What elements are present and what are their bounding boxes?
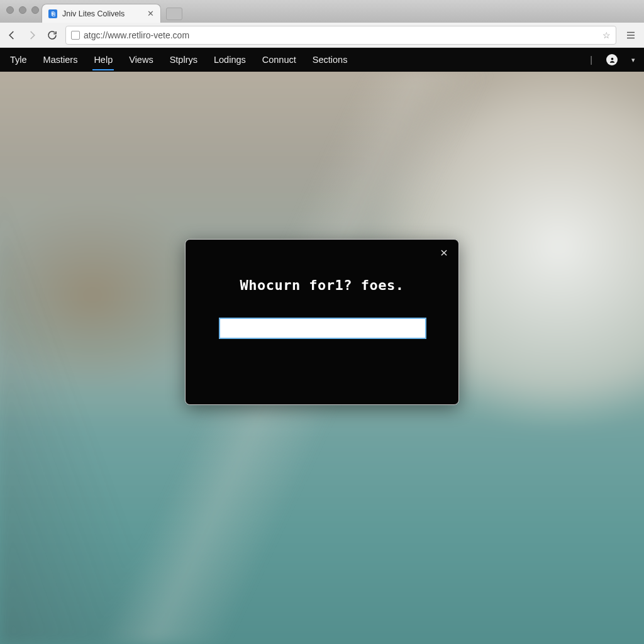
- user-avatar[interactable]: [606, 54, 618, 65]
- back-button[interactable]: [5, 28, 19, 42]
- new-tab-button[interactable]: [166, 8, 182, 20]
- window-close-dot[interactable]: [6, 6, 14, 14]
- menu-sections[interactable]: Sections: [311, 49, 349, 70]
- user-menu-chevron-icon[interactable]: ▾: [631, 56, 635, 64]
- modal-prompt-text: Whocurn for1? foes.: [186, 277, 458, 293]
- modal-close-button[interactable]: [437, 246, 451, 260]
- forward-button[interactable]: [25, 28, 39, 42]
- window-minimize-dot[interactable]: [19, 6, 26, 14]
- page-info-icon[interactable]: [71, 31, 80, 40]
- menu-views[interactable]: Views: [128, 49, 154, 70]
- menu-lodings[interactable]: Lodings: [213, 49, 247, 70]
- tab-title: Jniv Lites Colivels: [62, 9, 125, 18]
- browser-menu-button[interactable]: [623, 27, 639, 43]
- menu-connuct[interactable]: Connuct: [261, 49, 297, 70]
- modal-text-input[interactable]: [219, 318, 426, 339]
- tab-favicon: ⎘: [48, 9, 57, 18]
- browser-toolbar: atgc://www.retliro-vete.com ☆: [0, 23, 644, 48]
- browser-tab[interactable]: ⎘ Jniv Lites Colivels ✕: [42, 4, 161, 23]
- address-bar[interactable]: atgc://www.retliro-vete.com ☆: [65, 26, 616, 45]
- page-hero: Whocurn for1? foes.: [0, 72, 644, 644]
- svg-point-0: [611, 57, 613, 60]
- menu-stplrys[interactable]: Stplrys: [169, 49, 199, 70]
- menu-tyle[interactable]: Tyle: [9, 49, 28, 70]
- reload-button[interactable]: [45, 28, 59, 42]
- bookmark-star-icon[interactable]: ☆: [602, 30, 611, 40]
- site-menubar: Tyle Mastiers Help Views Stplrys Lodings…: [0, 48, 644, 72]
- url-text: atgc://www.retliro-vete.com: [84, 30, 599, 40]
- window-maximize-dot[interactable]: [31, 6, 39, 14]
- tab-close-icon[interactable]: ✕: [147, 9, 154, 18]
- browser-tab-strip: ⎘ Jniv Lites Colivels ✕: [0, 0, 644, 23]
- menu-mastiers[interactable]: Mastiers: [42, 49, 79, 70]
- prompt-modal: Whocurn for1? foes.: [185, 239, 459, 405]
- menubar-divider: |: [590, 55, 592, 65]
- window-controls: [6, 6, 39, 14]
- menu-help[interactable]: Help: [92, 49, 114, 70]
